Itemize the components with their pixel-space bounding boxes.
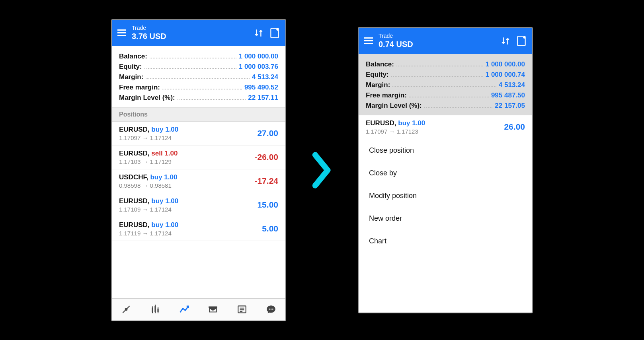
app-header: Trade 0.74 USD <box>359 28 532 54</box>
header-label: Trade <box>379 33 495 39</box>
nav-messages-icon[interactable] <box>263 301 279 317</box>
position-row[interactable]: EURUSD, sell 1.00 1.17103 → 1.17129 -26.… <box>112 146 285 169</box>
svg-rect-3 <box>157 309 158 312</box>
account-summary: Balance:1 000 000.00 Equity:1 000 000.74… <box>359 54 532 115</box>
menu-close-by[interactable]: Close by <box>359 162 532 185</box>
position-row[interactable]: USDCHF, buy 1.00 0.98598 → 0.98581 -17.2… <box>112 169 285 193</box>
summary-row: Margin:4 513.24 <box>119 73 278 81</box>
svg-point-16 <box>272 309 273 310</box>
menu-close-position[interactable]: Close position <box>359 139 532 162</box>
summary-row: Margin:4 513.24 <box>366 81 525 89</box>
app-header: Trade 3.76 USD <box>112 20 285 46</box>
menu-new-order[interactable]: New order <box>359 207 532 230</box>
phone-left: Trade 3.76 USD Balance:1 000 000.00 Equi… <box>111 19 286 321</box>
menu-modify-position[interactable]: Modify position <box>359 185 532 207</box>
header-label: Trade <box>132 25 248 31</box>
summary-row: Balance:1 000 000.00 <box>366 60 525 68</box>
svg-rect-2 <box>154 306 156 312</box>
add-icon[interactable] <box>269 27 280 39</box>
add-icon[interactable] <box>516 35 527 47</box>
position-row[interactable]: EURUSD, buy 1.00 1.17119 → 1.17124 5.00 <box>112 217 285 241</box>
phone-right: Trade 0.74 USD Balance:1 000 000.00 Equi… <box>358 27 533 313</box>
summary-row: Free margin:995 490.52 <box>119 84 278 91</box>
selected-position[interactable]: EURUSD, buy 1.00 1.17097 → 1.17123 26.00 <box>359 115 532 139</box>
svg-point-15 <box>270 309 271 310</box>
position-row[interactable]: EURUSD, buy 1.00 1.17109 → 1.17124 15.00 <box>112 193 285 217</box>
summary-row: Equity:1 000 003.76 <box>119 63 278 71</box>
header-title: Trade 0.74 USD <box>379 33 495 49</box>
positions-header: Positions <box>112 107 285 122</box>
menu-icon[interactable] <box>364 37 373 44</box>
summary-row: Free margin:995 487.50 <box>366 91 525 99</box>
summary-row: Equity:1 000 000.74 <box>366 71 525 79</box>
menu-icon[interactable] <box>117 29 126 36</box>
nav-quotes-icon[interactable] <box>118 301 134 317</box>
arrow-icon <box>310 150 334 190</box>
position-row[interactable]: EURUSD, buy 1.00 1.17097 → 1.17124 27.00 <box>112 122 285 146</box>
header-value: 3.76 USD <box>132 31 248 41</box>
svg-point-14 <box>269 309 270 310</box>
positions-list: EURUSD, buy 1.00 1.17097 → 1.17124 27.00… <box>112 122 285 298</box>
nav-news-icon[interactable] <box>234 301 250 317</box>
nav-chart-icon[interactable] <box>147 301 163 317</box>
nav-trade-icon[interactable] <box>176 301 192 317</box>
summary-row: Balance:1 000 000.00 <box>119 52 278 60</box>
sort-icon[interactable] <box>254 28 264 38</box>
account-summary: Balance:1 000 000.00 Equity:1 000 003.76… <box>112 46 285 107</box>
nav-history-icon[interactable] <box>205 301 221 317</box>
summary-row: Margin Level (%):22 157.11 <box>119 94 278 102</box>
sort-icon[interactable] <box>500 36 511 46</box>
header-value: 0.74 USD <box>379 39 495 49</box>
header-title: Trade 3.76 USD <box>132 25 248 41</box>
menu-chart[interactable]: Chart <box>359 230 532 253</box>
context-menu: Close position Close by Modify position … <box>359 139 532 253</box>
bottom-nav <box>112 298 285 321</box>
summary-row: Margin Level (%):22 157.05 <box>366 102 525 110</box>
svg-rect-1 <box>152 308 153 312</box>
